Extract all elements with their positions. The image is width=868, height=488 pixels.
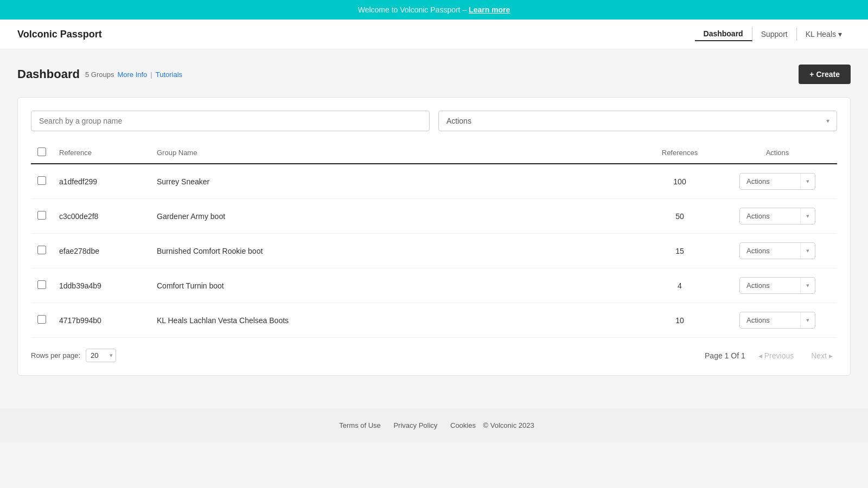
search-input[interactable] <box>31 111 430 131</box>
row-checkbox[interactable] <box>37 315 46 324</box>
main-card: Actions ▾ Reference Group Name Reference… <box>17 97 851 376</box>
row-reference: 4717b994b0 <box>53 303 150 338</box>
select-all-checkbox[interactable] <box>37 147 46 156</box>
select-all-header <box>31 142 53 164</box>
rows-per-page-label: Rows per page: <box>31 351 80 359</box>
footer-cookies-link[interactable]: Cookies <box>450 421 476 429</box>
row-group-name: Burnished Comfort Rookie boot <box>150 234 642 268</box>
col-header-group-name: Group Name <box>150 142 642 164</box>
groups-count: 5 Groups <box>85 70 114 79</box>
actions-dropdown-wrap: Actions ▾ <box>438 111 837 131</box>
row-actions-cell: Actions ▾ <box>718 199 837 234</box>
chevron-down-icon[interactable]: ▾ <box>800 174 815 189</box>
nav-support-link[interactable]: Support <box>752 28 797 41</box>
row-actions-dropdown: Actions ▾ <box>739 173 815 190</box>
nav-logo: Volconic Passport <box>17 29 102 40</box>
search-actions-bar: Actions ▾ <box>31 111 837 131</box>
banner-learn-more-link[interactable]: Learn more <box>469 5 510 14</box>
next-label: Next <box>811 351 827 360</box>
row-checkbox[interactable] <box>37 280 46 289</box>
page-title: Dashboard <box>17 67 80 81</box>
row-checkbox-cell <box>31 164 53 199</box>
row-checkbox[interactable] <box>37 176 46 185</box>
row-group-name: KL Heals Lachlan Vesta Chelsea Boots <box>150 303 642 338</box>
banner-text: Welcome to Volconic Passport – <box>358 5 467 14</box>
actions-dropdown[interactable]: Actions <box>438 111 837 131</box>
row-group-name: Comfort Turnin boot <box>150 268 642 303</box>
row-actions-cell: Actions ▾ <box>718 303 837 338</box>
row-checkbox-cell <box>31 199 53 234</box>
row-references-count: 50 <box>642 199 718 234</box>
row-checkbox-cell <box>31 268 53 303</box>
row-actions-dropdown: Actions ▾ <box>739 208 815 224</box>
row-references-count: 100 <box>642 164 718 199</box>
row-reference: a1dfedf299 <box>53 164 150 199</box>
next-button[interactable]: Next ▸ <box>807 349 837 362</box>
row-actions-dropdown: Actions ▾ <box>739 312 815 329</box>
table-header-row: Reference Group Name References Actions <box>31 142 837 164</box>
row-actions-button[interactable]: Actions <box>740 243 800 259</box>
row-reference: 1ddb39a4b9 <box>53 268 150 303</box>
row-references-count: 15 <box>642 234 718 268</box>
chevron-down-icon[interactable]: ▾ <box>800 243 815 258</box>
row-actions-cell: Actions ▾ <box>718 234 837 268</box>
pagination-bar: Rows per page: 10 20 50 100 ▾ Page 1 Of … <box>31 349 837 362</box>
row-checkbox[interactable] <box>37 211 46 220</box>
row-references-count: 4 <box>642 268 718 303</box>
footer-privacy-link[interactable]: Privacy Policy <box>393 421 437 429</box>
chevron-left-icon: ◂ <box>758 351 762 360</box>
row-actions-button[interactable]: Actions <box>740 278 800 293</box>
create-button[interactable]: + Create <box>799 65 851 84</box>
row-checkbox-cell <box>31 303 53 338</box>
top-banner: Welcome to Volconic Passport – Learn mor… <box>0 0 868 20</box>
footer: Terms of Use Privacy Policy Cookies © Vo… <box>0 408 868 442</box>
rows-per-page-select[interactable]: 10 20 50 100 <box>86 349 116 362</box>
chevron-right-icon: ▸ <box>829 351 833 360</box>
data-table: Reference Group Name References Actions … <box>31 142 837 338</box>
row-actions-dropdown: Actions ▾ <box>739 277 815 294</box>
table-row: efae278dbe Burnished Comfort Rookie boot… <box>31 234 837 268</box>
chevron-down-icon[interactable]: ▾ <box>800 278 815 293</box>
row-group-name: Surrey Sneaker <box>150 164 642 199</box>
row-actions-button[interactable]: Actions <box>740 312 800 328</box>
row-references-count: 10 <box>642 303 718 338</box>
row-actions-cell: Actions ▾ <box>718 164 837 199</box>
col-header-actions: Actions <box>718 142 837 164</box>
row-actions-button[interactable]: Actions <box>740 208 800 224</box>
table-row: 1ddb39a4b9 Comfort Turnin boot 4 Actions… <box>31 268 837 303</box>
row-actions-button[interactable]: Actions <box>740 174 800 189</box>
table-row: a1dfedf299 Surrey Sneaker 100 Actions ▾ <box>31 164 837 199</box>
row-group-name: Gardener Army boot <box>150 199 642 234</box>
pagination-right: Page 1 Of 1 ◂ Previous Next ▸ <box>705 349 837 362</box>
row-reference: c3c00de2f8 <box>53 199 150 234</box>
page-content: Dashboard 5 Groups More Info | Tutorials… <box>0 49 868 391</box>
tutorials-link[interactable]: Tutorials <box>156 70 182 79</box>
dashboard-header: Dashboard 5 Groups More Info | Tutorials… <box>17 65 851 84</box>
table-row: 4717b994b0 KL Heals Lachlan Vesta Chelse… <box>31 303 837 338</box>
rows-per-page-select-wrap: 10 20 50 100 ▾ <box>86 349 116 362</box>
navbar: Volconic Passport Dashboard Support KL H… <box>0 20 868 49</box>
footer-terms-link[interactable]: Terms of Use <box>339 421 381 429</box>
more-info-link[interactable]: More Info <box>117 70 147 79</box>
row-actions-cell: Actions ▾ <box>718 268 837 303</box>
rows-per-page: Rows per page: 10 20 50 100 ▾ <box>31 349 116 362</box>
groups-info: 5 Groups More Info | Tutorials <box>85 70 182 79</box>
chevron-down-icon[interactable]: ▾ <box>800 313 815 328</box>
dashboard-title-area: Dashboard 5 Groups More Info | Tutorials <box>17 67 182 81</box>
row-actions-dropdown: Actions ▾ <box>739 242 815 259</box>
col-header-reference: Reference <box>53 142 150 164</box>
search-input-wrap <box>31 111 430 131</box>
chevron-down-icon: ▾ <box>838 30 842 38</box>
table-row: c3c00de2f8 Gardener Army boot 50 Actions… <box>31 199 837 234</box>
previous-button[interactable]: ◂ Previous <box>754 349 798 362</box>
col-header-references: References <box>642 142 718 164</box>
nav-links: Dashboard Support KL Heals ▾ <box>695 27 851 41</box>
footer-copyright: © Volconic 2023 <box>483 421 534 429</box>
chevron-down-icon[interactable]: ▾ <box>800 209 815 223</box>
row-checkbox[interactable] <box>37 246 46 254</box>
row-reference: efae278dbe <box>53 234 150 268</box>
nav-user-label: KL Heals <box>806 30 836 38</box>
nav-dashboard-link[interactable]: Dashboard <box>695 27 752 41</box>
nav-user-menu[interactable]: KL Heals ▾ <box>797 28 851 41</box>
row-checkbox-cell <box>31 234 53 268</box>
